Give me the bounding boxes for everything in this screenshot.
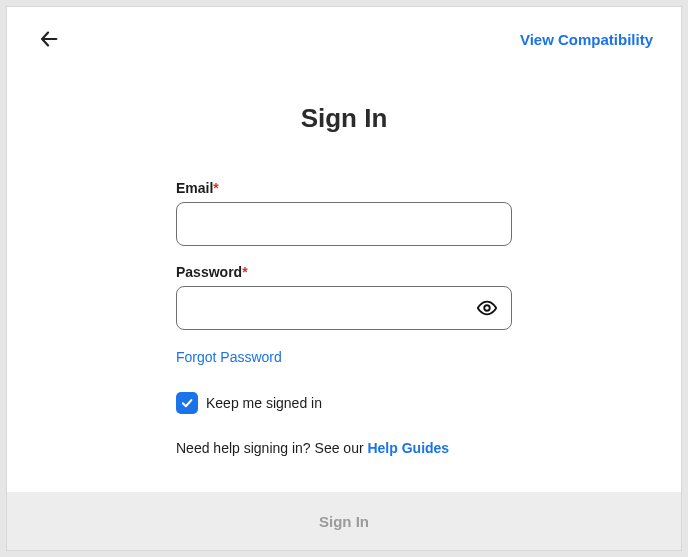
page-title: Sign In <box>301 103 388 134</box>
topbar: View Compatibility <box>7 7 681 53</box>
keep-signed-in-checkbox[interactable] <box>176 392 198 414</box>
toggle-password-visibility-button[interactable] <box>476 297 498 319</box>
eye-icon <box>476 297 498 319</box>
required-marker: * <box>242 264 247 280</box>
password-input[interactable] <box>176 286 512 330</box>
password-label-text: Password <box>176 264 242 280</box>
required-marker: * <box>213 180 218 196</box>
email-input[interactable] <box>176 202 512 246</box>
signin-form: Email* Password* Forgot Password <box>176 180 512 456</box>
forgot-password-link[interactable]: Forgot Password <box>176 349 282 365</box>
email-label: Email* <box>176 180 512 196</box>
sign-in-button[interactable]: Sign In <box>319 513 369 530</box>
help-text-prefix: Need help signing in? See our <box>176 440 367 456</box>
email-label-text: Email <box>176 180 213 196</box>
back-button[interactable] <box>35 25 63 53</box>
password-input-wrap <box>176 286 512 330</box>
signin-page: View Compatibility Sign In Email* Passwo… <box>6 6 682 551</box>
keep-signed-in-row: Keep me signed in <box>176 392 512 414</box>
check-icon <box>180 396 194 410</box>
back-arrow-icon <box>38 28 60 50</box>
view-compatibility-link[interactable]: View Compatibility <box>520 31 653 48</box>
email-input-wrap <box>176 202 512 246</box>
content: Sign In Email* Password* Forg <box>7 53 681 492</box>
help-text: Need help signing in? See our Help Guide… <box>176 440 512 456</box>
footer: Sign In <box>7 492 681 550</box>
keep-signed-in-label: Keep me signed in <box>206 395 322 411</box>
svg-point-1 <box>484 305 490 311</box>
help-guides-link[interactable]: Help Guides <box>367 440 449 456</box>
password-label: Password* <box>176 264 512 280</box>
